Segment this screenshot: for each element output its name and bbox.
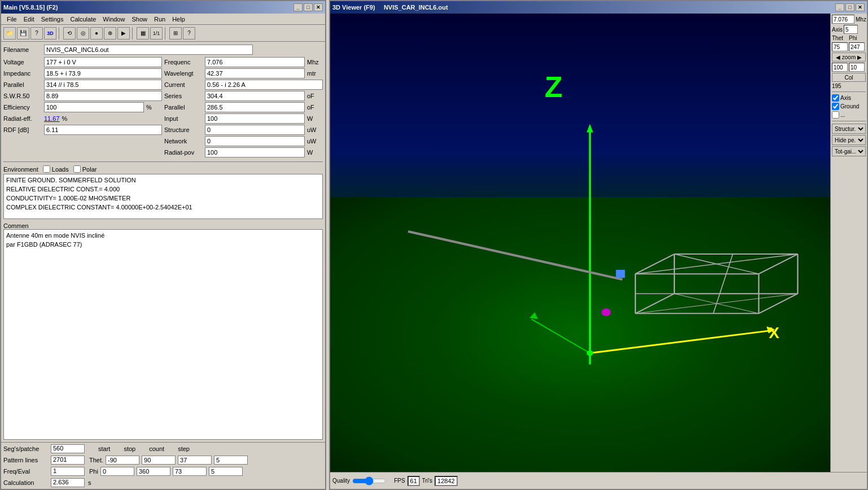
radiat-pov-unit: W	[307, 149, 323, 156]
filename-input[interactable]	[44, 45, 253, 55]
tris-label: Tri's	[422, 478, 432, 484]
menu-calculate[interactable]: Calculate	[67, 15, 99, 24]
step-label: step	[178, 445, 190, 452]
freq-row: Frequenc Mhz	[164, 56, 323, 68]
wavelength-label: Wavelengt	[164, 70, 203, 77]
menu-file[interactable]: File	[3, 15, 20, 24]
calculation-value: 2.636	[51, 478, 85, 487]
network-row: Network uW	[164, 135, 323, 147]
menu-show[interactable]: Show	[128, 15, 151, 24]
rdf-label: RDF [dB]	[3, 126, 42, 133]
viewer-minimize-button[interactable]: _	[835, 3, 844, 11]
toolbar-save[interactable]: 💾	[17, 27, 29, 40]
viewer-phi-input[interactable]	[849, 42, 865, 51]
menu-edit[interactable]: Edit	[20, 15, 38, 24]
ground-checkbox[interactable]	[832, 103, 839, 110]
menu-run[interactable]: Run	[151, 15, 169, 24]
toolbar-open[interactable]: 📁	[3, 27, 16, 40]
menu-window[interactable]: Window	[99, 15, 128, 24]
toolbar-btn12[interactable]: ⊞	[169, 27, 182, 40]
toolbar-btn6[interactable]: ◎	[77, 27, 89, 40]
loads-checkbox[interactable]	[43, 165, 50, 173]
polar-checkbox[interactable]	[73, 165, 81, 173]
toolbar-btn5[interactable]: ⟲	[63, 27, 76, 40]
input-value[interactable]	[205, 113, 305, 124]
viewer-maximize-button[interactable]: □	[845, 3, 854, 11]
structure-select[interactable]: Structur...	[832, 124, 866, 134]
minimize-button[interactable]: _	[293, 3, 303, 11]
structure-row: Structure uW	[164, 124, 323, 135]
thet-step-input[interactable]	[214, 456, 248, 465]
status-bar: Seg's/patche 560 start stop count step P…	[1, 442, 325, 489]
viewer-close-button[interactable]: ✕	[856, 3, 865, 11]
viewer-title: 3D Viewer (F9) NVIS_CAR_INCL6.out	[332, 4, 448, 11]
parallel2-label: Parallel	[164, 104, 203, 111]
panel-val2[interactable]	[849, 63, 865, 72]
thet-display-row: Thet Phi	[832, 35, 866, 41]
fps-value: 61	[407, 476, 420, 486]
toolbar-help[interactable]: ?	[30, 27, 43, 40]
voltage-row: Voltage	[3, 56, 162, 68]
axis-checkbox[interactable]	[832, 94, 839, 102]
col-button[interactable]: Col	[832, 73, 866, 82]
toolbar-btn7[interactable]: ●	[90, 27, 103, 40]
close-button[interactable]: ✕	[314, 3, 323, 11]
phi-start-input[interactable]	[100, 467, 134, 476]
phi-step-input[interactable]	[209, 467, 243, 476]
viewer-freq-input[interactable]	[832, 15, 854, 24]
swr-input[interactable]	[44, 91, 162, 101]
parallel-row: Parallel	[3, 79, 162, 90]
viewer-axis-input[interactable]	[844, 25, 858, 34]
top-section: Voltage Impedanc Parallel S.W.R.50 Effic…	[3, 56, 323, 158]
radiat-eff-value[interactable]: 11.67	[44, 115, 60, 122]
series-input[interactable]	[205, 91, 305, 101]
hide-select[interactable]: Hide pe...	[832, 135, 866, 145]
toolbar-3d[interactable]: 3D	[44, 27, 56, 40]
phi-stop-input[interactable]	[137, 467, 170, 476]
x-axis-label: X	[769, 324, 779, 342]
network-input[interactable]	[205, 136, 305, 146]
parallel2-unit: oF	[307, 104, 323, 111]
menu-settings[interactable]: Settings	[38, 15, 67, 24]
axis-label-small: Axis	[832, 27, 843, 33]
radiat-pov-input[interactable]	[205, 147, 305, 158]
tris-value: 12842	[435, 476, 458, 486]
quality-slider[interactable]	[352, 477, 386, 485]
phi-count-input[interactable]	[173, 467, 207, 476]
viewer-window: 3D Viewer (F9) NVIS_CAR_INCL6.out _ □ ✕ …	[329, 0, 868, 490]
thet-start-input[interactable]	[106, 456, 139, 465]
current-input[interactable]	[205, 80, 323, 90]
parallel-input[interactable]	[44, 80, 162, 90]
third-checkbox[interactable]	[832, 111, 839, 119]
freq-input[interactable]	[205, 57, 305, 67]
efficiency-input[interactable]	[44, 102, 144, 112]
loads-polar-row: Loads Polar	[43, 165, 97, 173]
panel-val1[interactable]	[832, 63, 848, 72]
totgain-select[interactable]: Tot-gai...	[832, 146, 866, 156]
voltage-input[interactable]	[44, 57, 162, 67]
svg-marker-1	[587, 124, 594, 132]
swr-row: S.W.R.50	[3, 90, 162, 102]
toolbar-btn9[interactable]: ▶	[117, 27, 130, 40]
thet-stop-input[interactable]	[142, 456, 176, 465]
panel-values-row	[832, 63, 866, 72]
maximize-button[interactable]: □	[304, 3, 313, 11]
loads-label: Loads	[52, 166, 69, 173]
toolbar-btn13[interactable]: ?	[183, 27, 195, 40]
pattern-label: Pattern lines	[3, 457, 49, 463]
rdf-input[interactable]	[44, 125, 162, 135]
toolbar-btn11[interactable]: 1/1	[150, 27, 163, 40]
zoom-button[interactable]: ◀ zoom ▶	[832, 53, 866, 62]
wavelength-input[interactable]	[205, 68, 305, 78]
toolbar-btn8[interactable]: ⊕	[104, 27, 116, 40]
structure-input[interactable]	[205, 125, 305, 135]
parallel2-input[interactable]	[205, 102, 305, 112]
menu-help[interactable]: Help	[169, 15, 188, 24]
impedance-input[interactable]	[44, 68, 162, 78]
env-line-1: FINITE GROUND. SOMMERFELD SOLUTION	[6, 176, 320, 185]
viewer-thet-input[interactable]	[832, 42, 848, 51]
thet-count-input[interactable]	[178, 456, 212, 465]
viewer-canvas[interactable]: Z X	[330, 14, 830, 472]
toolbar-btn10[interactable]: ▦	[137, 27, 149, 40]
third-check-label: ...	[840, 112, 845, 118]
